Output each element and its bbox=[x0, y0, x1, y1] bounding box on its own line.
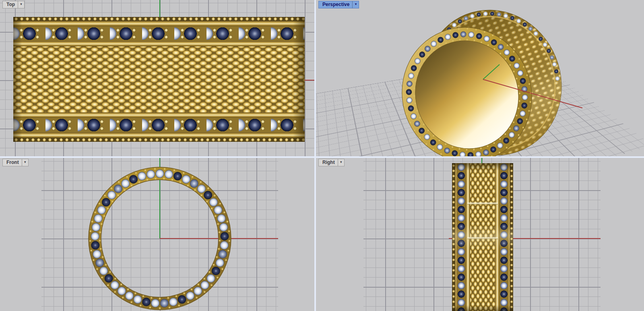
ring-diamond-row bbox=[13, 118, 305, 133]
ring-bead-edge bbox=[13, 17, 305, 21]
viewport-title: Perspective bbox=[319, 1, 352, 8]
ring-gold-rail bbox=[13, 41, 305, 46]
cad-four-view-workspace: Top ▾ Perspective ▾ Front ▾ bbox=[0, 0, 644, 311]
ring-gold-rail bbox=[13, 112, 305, 118]
chevron-down-icon[interactable]: ▾ bbox=[18, 1, 24, 8]
viewport-front[interactable]: Front ▾ bbox=[0, 158, 314, 311]
ring-bead-edge bbox=[13, 138, 305, 142]
viewport-perspective[interactable]: Perspective ▾ bbox=[316, 0, 644, 156]
chevron-down-icon[interactable]: ▾ bbox=[338, 159, 344, 166]
viewport-tab-top[interactable]: Top ▾ bbox=[2, 1, 25, 8]
ring-gold-rail bbox=[495, 163, 500, 311]
ring-bead-edge bbox=[510, 163, 513, 311]
x-axis-line bbox=[449, 238, 452, 239]
ring-bump-texture bbox=[13, 46, 305, 112]
ring-diamond-row bbox=[13, 26, 305, 41]
x-axis-line bbox=[305, 80, 314, 81]
viewport-title: Top bbox=[3, 1, 18, 8]
viewport-title: Right bbox=[319, 159, 338, 166]
viewport-tab-right[interactable]: Right ▾ bbox=[318, 159, 345, 166]
viewport-title: Front bbox=[3, 159, 22, 166]
ring-model-right-view[interactable] bbox=[452, 163, 513, 311]
viewport-divider-horizontal[interactable] bbox=[0, 156, 644, 158]
viewport-right[interactable]: Right ▾ bbox=[316, 158, 644, 311]
y-axis-line bbox=[159, 0, 160, 17]
chevron-down-icon[interactable]: ▾ bbox=[22, 159, 28, 166]
ring-gold-rail bbox=[466, 163, 470, 311]
y-axis-line bbox=[481, 158, 482, 164]
viewport-tab-perspective[interactable]: Perspective ▾ bbox=[318, 1, 359, 8]
ring-model-perspective-view[interactable] bbox=[316, 0, 644, 156]
ring-diamond-column bbox=[500, 163, 508, 311]
x-axis-line bbox=[513, 238, 601, 239]
ring-gold-rail bbox=[13, 21, 305, 26]
ring-bead-edge bbox=[452, 163, 455, 311]
ring-diamond-column bbox=[457, 163, 466, 311]
ring-model-top-view[interactable] bbox=[13, 17, 305, 142]
ring-model-front-view[interactable] bbox=[0, 158, 314, 311]
ring-gold-rail bbox=[13, 133, 305, 138]
viewport-divider-vertical[interactable] bbox=[314, 0, 316, 311]
viewport-top[interactable]: Top ▾ bbox=[0, 0, 314, 156]
ring-bump-texture bbox=[470, 163, 495, 311]
viewport-tab-front[interactable]: Front ▾ bbox=[2, 159, 29, 166]
chevron-down-icon[interactable]: ▾ bbox=[352, 1, 359, 8]
